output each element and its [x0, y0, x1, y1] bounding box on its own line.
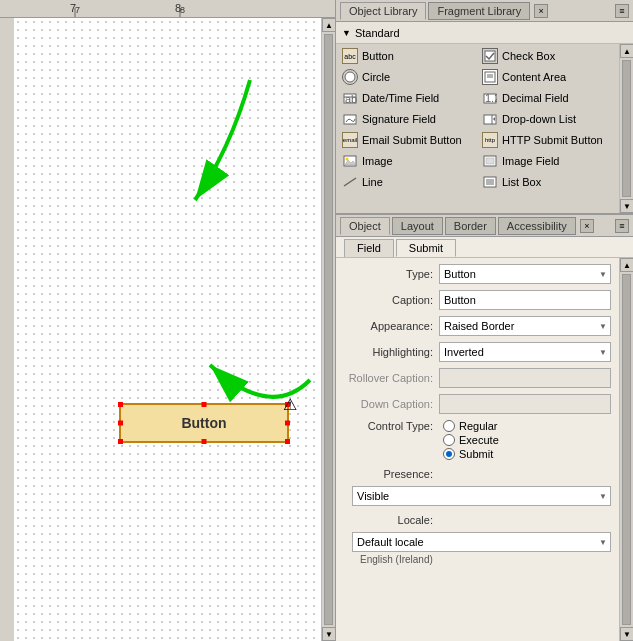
button-lib-icon: abc: [342, 48, 358, 64]
library-items: abc Button Check Box: [336, 44, 619, 213]
type-select-wrapper[interactable]: Button: [439, 264, 611, 284]
radio-submit-label: Submit: [459, 448, 493, 460]
down-input: [439, 394, 611, 414]
scroll-thumb[interactable]: [324, 34, 333, 625]
lib-item-listbox[interactable]: List Box: [478, 172, 617, 192]
lib-item-listbox-label: List Box: [502, 176, 541, 188]
props-scroll-thumb[interactable]: [622, 274, 631, 625]
highlighting-select[interactable]: Inverted None Push Outline: [439, 342, 611, 362]
presence-label: Presence:: [344, 468, 439, 480]
submit-tab[interactable]: Submit: [396, 239, 456, 257]
lib-item-dropdown[interactable]: Drop-down List: [478, 109, 617, 129]
presence-select[interactable]: Visible Hidden Invisible Hidden (Exclude…: [352, 486, 611, 506]
object-library-tab[interactable]: Object Library: [340, 2, 426, 20]
handle-lm[interactable]: [118, 421, 123, 426]
radio-submit[interactable]: Submit: [443, 448, 499, 460]
button-label: Button: [181, 415, 226, 431]
layout-tab[interactable]: Layout: [392, 217, 443, 235]
lib-item-imagefield[interactable]: Image Field: [478, 151, 617, 171]
email-lib-icon: email: [342, 132, 358, 148]
props-options-btn[interactable]: ≡: [615, 219, 629, 233]
svg-rect-23: [486, 158, 494, 164]
lib-item-datetime[interactable]: abc Date/Time Field: [338, 88, 477, 108]
down-label: Down Caption:: [344, 398, 439, 410]
lib-item-http-label: HTTP Submit Button: [502, 134, 603, 146]
handle-bl[interactable]: [118, 439, 123, 444]
lib-item-dropdown-label: Drop-down List: [502, 113, 576, 125]
checkbox-lib-icon: [482, 48, 498, 64]
locale-select-wrapper[interactable]: Default locale: [352, 532, 611, 552]
lib-item-line[interactable]: Line: [338, 172, 477, 192]
decimal-lib-icon: 1.23: [482, 90, 498, 106]
props-scrollbar[interactable]: ▲ ▼: [619, 258, 633, 641]
object-tab[interactable]: Object: [340, 217, 390, 235]
radio-execute-dot[interactable]: [443, 434, 455, 446]
appearance-select-wrapper[interactable]: Raised Border No Border Solid Border Sun…: [439, 316, 611, 336]
props-scroll-up[interactable]: ▲: [620, 258, 633, 272]
lib-item-circle[interactable]: Circle: [338, 67, 477, 87]
right-panel: Object Library Fragment Library × ≡ ▼ St…: [335, 0, 633, 641]
lib-item-image[interactable]: Image: [338, 151, 477, 171]
canvas-dots: [14, 18, 321, 641]
presence-select-wrapper[interactable]: Visible Hidden Invisible Hidden (Exclude…: [352, 486, 611, 506]
library-close-btn[interactable]: ×: [534, 4, 548, 18]
highlighting-row: Highlighting: Inverted None Push Outline: [344, 342, 611, 362]
type-row: Type: Button: [344, 264, 611, 284]
lib-item-signature[interactable]: Signature Field: [338, 109, 477, 129]
fragment-library-tab[interactable]: Fragment Library: [428, 2, 530, 20]
handle-tl[interactable]: [118, 402, 123, 407]
scroll-up-btn[interactable]: ▲: [322, 18, 335, 32]
radio-execute[interactable]: Execute: [443, 434, 499, 446]
radio-regular-dot[interactable]: [443, 420, 455, 432]
lib-item-datetime-label: Date/Time Field: [362, 92, 439, 104]
ruler-ticks: 7 8: [0, 0, 320, 18]
lib-item-button-label: Button: [362, 50, 394, 62]
radio-regular[interactable]: Regular: [443, 420, 499, 432]
type-label: Type:: [344, 268, 439, 280]
lib-item-content[interactable]: Content Area: [478, 67, 617, 87]
locale-select[interactable]: Default locale: [352, 532, 611, 552]
props-header: Object Layout Border Accessibility × ≡: [336, 215, 633, 237]
lib-scroll-up[interactable]: ▲: [620, 44, 633, 58]
handle-br[interactable]: [285, 439, 290, 444]
handle-bm[interactable]: [202, 439, 207, 444]
library-options-btn[interactable]: ≡: [615, 4, 629, 18]
button-wrapper[interactable]: Button ⚠: [69, 203, 239, 243]
scroll-down-btn[interactable]: ▼: [322, 627, 335, 641]
datetime-lib-icon: abc: [342, 90, 358, 106]
lib-item-email[interactable]: email Email Submit Button: [338, 130, 477, 150]
border-tab[interactable]: Border: [445, 217, 496, 235]
lib-scroll-thumb[interactable]: [622, 60, 631, 197]
dropdown-triangle: ▼: [342, 28, 351, 38]
lib-item-http[interactable]: http HTTP Submit Button: [478, 130, 617, 150]
lib-item-button[interactable]: abc Button: [338, 46, 477, 66]
caption-label: Caption:: [344, 294, 439, 306]
lib-item-checkbox[interactable]: Check Box: [478, 46, 617, 66]
radio-submit-dot[interactable]: [443, 448, 455, 460]
library-scrollbar[interactable]: ▲ ▼: [619, 44, 633, 213]
handle-rm[interactable]: [285, 421, 290, 426]
svg-line-24: [344, 178, 356, 186]
locale-section: Locale: Default locale English (Ireland): [344, 514, 611, 565]
props-close-btn[interactable]: ×: [580, 219, 594, 233]
svg-text:7: 7: [70, 2, 76, 14]
presence-select-area: Visible Hidden Invisible Hidden (Exclude…: [344, 486, 611, 506]
highlighting-select-wrapper[interactable]: Inverted None Push Outline: [439, 342, 611, 362]
appearance-row: Appearance: Raised Border No Border Soli…: [344, 316, 611, 336]
presence-section: Presence: Visible Hidden Invisible Hidde…: [344, 468, 611, 506]
svg-text:1.23: 1.23: [485, 92, 497, 104]
caption-input[interactable]: [439, 290, 611, 310]
button-element[interactable]: Button ⚠: [119, 403, 289, 443]
accessibility-tab[interactable]: Accessibility: [498, 217, 576, 235]
lib-scroll-down[interactable]: ▼: [620, 199, 633, 213]
highlighting-label: Highlighting:: [344, 346, 439, 358]
handle-tm[interactable]: [202, 402, 207, 407]
lib-item-decimal[interactable]: 1.23 Decimal Field: [478, 88, 617, 108]
presence-row: Presence:: [344, 468, 611, 480]
canvas-scrollbar[interactable]: ▲ ▼: [321, 18, 335, 641]
props-scroll-down[interactable]: ▼: [620, 627, 633, 641]
field-tab[interactable]: Field: [344, 239, 394, 257]
lib-item-circle-label: Circle: [362, 71, 390, 83]
type-select[interactable]: Button: [439, 264, 611, 284]
appearance-select[interactable]: Raised Border No Border Solid Border Sun…: [439, 316, 611, 336]
